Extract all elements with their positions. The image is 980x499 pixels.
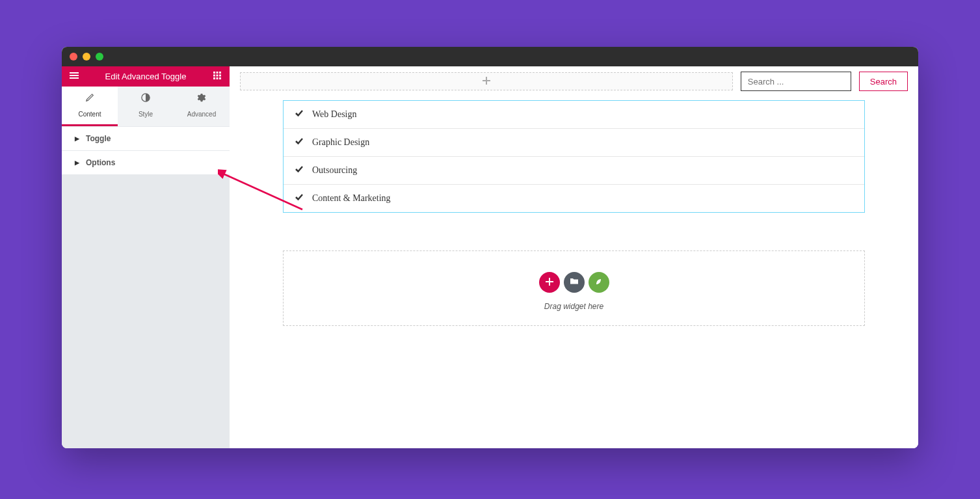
sidebar-header: Edit Advanced Toggle	[62, 66, 230, 87]
traffic-lights	[70, 53, 103, 61]
maximize-window-button[interactable]	[96, 53, 103, 61]
caret-right-icon: ▶	[75, 135, 79, 142]
svg-rect-0	[70, 72, 79, 74]
leaf-icon	[595, 276, 603, 288]
toggle-item-label: Content & Marketing	[312, 193, 391, 204]
search-input[interactable]	[741, 72, 851, 91]
titlebar	[62, 47, 918, 66]
svg-rect-1	[70, 75, 79, 76]
caret-right-icon: ▶	[75, 159, 79, 166]
tab-advanced[interactable]: Advanced	[174, 87, 230, 126]
widget-drop-zone[interactable]: Drag widget here	[283, 250, 865, 326]
toggle-item[interactable]: Outsourcing	[284, 157, 864, 185]
folder-icon	[570, 276, 579, 288]
app-window: Edit Advanced Toggle Content Styl	[62, 47, 918, 448]
svg-rect-10	[217, 77, 219, 79]
tab-style-label: Style	[139, 111, 153, 118]
toggle-item-label: Graphic Design	[312, 137, 369, 148]
svg-rect-5	[219, 72, 221, 74]
minimize-window-button[interactable]	[83, 53, 90, 61]
svg-rect-2	[70, 77, 79, 79]
sidebar-tabs: Content Style Advanced	[62, 87, 230, 127]
toggle-item[interactable]: Graphic Design	[284, 129, 864, 157]
svg-rect-7	[217, 74, 219, 76]
tab-content-label: Content	[78, 111, 101, 118]
toggle-item[interactable]: Content & Marketing	[284, 185, 864, 212]
svg-rect-3	[213, 72, 215, 74]
tab-advanced-label: Advanced	[187, 111, 216, 118]
toggle-widget[interactable]: Web Design Graphic Design Outsourcing	[283, 100, 865, 213]
drop-buttons	[284, 272, 864, 293]
search-button[interactable]: Search	[859, 72, 908, 91]
gear-icon	[174, 93, 230, 105]
svg-rect-15	[483, 80, 490, 81]
check-icon	[295, 193, 303, 204]
window-body: Edit Advanced Toggle Content Styl	[62, 66, 918, 448]
add-widget-button[interactable]	[539, 272, 560, 293]
main-canvas: Search Web Design Graphic Design	[230, 66, 918, 448]
hamburger-icon[interactable]	[70, 71, 79, 83]
add-global-button[interactable]	[589, 272, 609, 293]
svg-rect-17	[546, 281, 553, 282]
panel-options[interactable]: ▶ Options	[62, 151, 230, 175]
plus-icon	[546, 276, 553, 288]
toggle-item-label: Web Design	[312, 109, 356, 120]
panel-toggle-label: Toggle	[86, 134, 111, 143]
check-icon	[295, 109, 303, 120]
svg-rect-8	[219, 74, 221, 76]
sidebar-panels: ▶ Toggle ▶ Options	[62, 127, 230, 448]
close-window-button[interactable]	[70, 53, 77, 61]
widgets-grid-icon[interactable]	[213, 71, 222, 83]
tab-content[interactable]: Content	[62, 87, 118, 126]
svg-rect-4	[217, 72, 219, 74]
sidebar: Edit Advanced Toggle Content Styl	[62, 66, 230, 448]
check-icon	[295, 137, 303, 148]
pencil-icon	[62, 93, 118, 105]
add-template-button[interactable]	[564, 272, 585, 293]
plus-icon	[483, 75, 490, 87]
svg-rect-11	[219, 77, 221, 79]
check-icon	[295, 165, 303, 176]
drop-caption: Drag widget here	[284, 302, 864, 311]
contrast-icon	[118, 93, 174, 105]
svg-rect-9	[213, 77, 215, 79]
sidebar-title: Edit Advanced Toggle	[105, 72, 187, 81]
add-section-bar[interactable]	[240, 72, 733, 90]
svg-rect-6	[213, 74, 215, 76]
panel-toggle[interactable]: ▶ Toggle	[62, 127, 230, 151]
tab-style[interactable]: Style	[118, 87, 174, 126]
toggle-item[interactable]: Web Design	[284, 101, 864, 129]
toggle-item-label: Outsourcing	[312, 165, 357, 176]
top-row: Search	[240, 72, 908, 91]
panel-options-label: Options	[86, 158, 115, 167]
